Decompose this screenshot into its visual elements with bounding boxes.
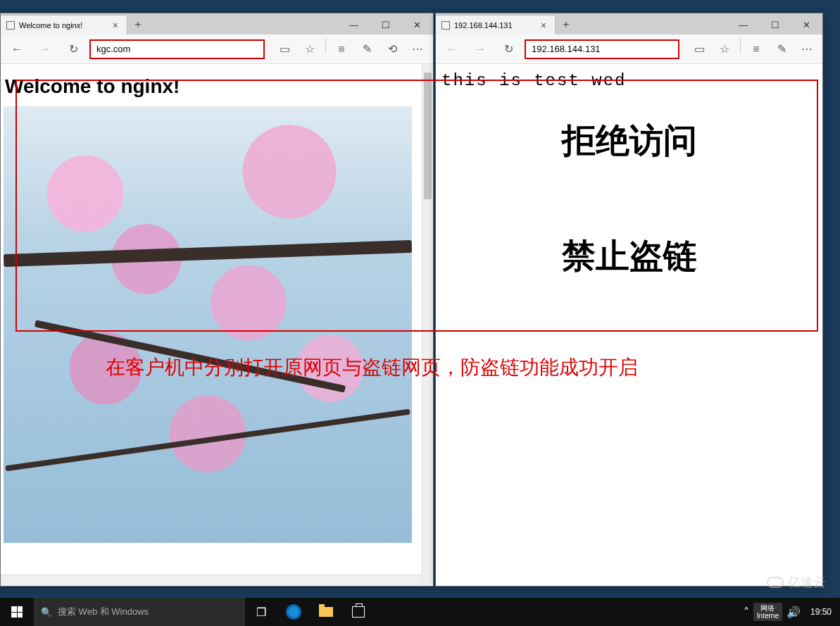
cherry-blossom-image [4, 106, 412, 543]
forward-button[interactable]: → [33, 37, 57, 61]
address-bar[interactable]: 192.168.144.131 [525, 39, 679, 59]
network-label-1: 网络 [757, 604, 779, 612]
hub-icon[interactable]: ≡ [745, 38, 767, 61]
vertical-scrollbar[interactable] [422, 64, 433, 586]
hub-icon[interactable]: ≡ [330, 38, 353, 61]
minimize-button[interactable]: — [727, 15, 759, 35]
separator [740, 38, 741, 54]
refresh-button[interactable]: ↻ [61, 37, 85, 61]
url-text: kgc.com [96, 44, 130, 54]
more-icon[interactable]: ⋯ [796, 38, 818, 61]
close-window-button[interactable]: ✕ [791, 15, 822, 35]
more-icon[interactable]: ⋯ [406, 38, 429, 61]
tray-chevron-icon[interactable]: ˄ [744, 606, 749, 619]
watermark-icon [767, 577, 784, 588]
browser-window-right: 192.168.144.131 × + — ☐ ✕ ← → ↻ 192.168.… [435, 13, 823, 587]
watermark-text: 亿速云 [788, 574, 826, 591]
taskview-icon[interactable]: ❐ [245, 598, 277, 626]
refresh-button[interactable]: ↻ [496, 37, 520, 61]
separator [325, 38, 326, 54]
tab-active[interactable]: Welcome to nginx! × [1, 15, 127, 35]
search-placeholder: 搜索 Web 和 Windows [58, 606, 149, 618]
maximize-button[interactable]: ☐ [759, 15, 791, 35]
text-line: this is test wed [441, 71, 817, 90]
back-button[interactable]: ← [5, 37, 29, 61]
maximize-button[interactable]: ☐ [370, 15, 401, 35]
network-status[interactable]: 网络 Interne [753, 603, 782, 621]
new-tab-button[interactable]: + [556, 15, 577, 35]
browser-window-left: Welcome to nginx! × + — ☐ ✕ ← → ↻ kgc.co… [0, 13, 434, 587]
minimize-button[interactable]: — [338, 15, 370, 35]
forbid-hotlink-text: 禁止盗链 [441, 234, 817, 279]
start-button[interactable] [0, 598, 34, 626]
page-content-left: Welcome to nginx! [1, 64, 433, 586]
close-window-button[interactable]: ✕ [401, 15, 433, 35]
reading-view-icon[interactable]: ▭ [688, 38, 710, 61]
address-bar[interactable]: kgc.com [89, 39, 265, 59]
volume-icon[interactable]: 🔊 [786, 606, 801, 619]
page-icon [441, 21, 450, 30]
toolbar: ← → ↻ kgc.com ▭ ☆ ≡ ✎ ⟲ ⋯ [1, 35, 433, 64]
horizontal-scrollbar[interactable] [1, 575, 422, 586]
store-icon[interactable] [342, 598, 375, 626]
file-explorer-icon[interactable] [310, 598, 342, 626]
windows-logo-icon [11, 606, 23, 618]
favorite-icon[interactable]: ☆ [299, 38, 321, 61]
tab-bar: Welcome to nginx! × + — ☐ ✕ [1, 13, 433, 35]
tab-title: 192.168.144.131 [454, 21, 513, 30]
page-icon [6, 21, 15, 30]
new-tab-button[interactable]: + [127, 15, 149, 35]
toolbar: ← → ↻ 192.168.144.131 ▭ ☆ ≡ ✎ ⋯ [436, 35, 822, 64]
favorite-icon[interactable]: ☆ [713, 38, 736, 61]
window-controls: — ☐ ✕ [727, 15, 822, 35]
back-button[interactable]: ← [440, 37, 464, 61]
webnote-icon[interactable]: ✎ [356, 38, 378, 61]
deny-access-text: 拒绝访问 [441, 118, 817, 163]
url-text: 192.168.144.131 [532, 44, 601, 54]
page-content-right: this is test wed 拒绝访问 禁止盗链 [436, 64, 822, 586]
page-heading: Welcome to nginx! [5, 75, 433, 98]
tab-active[interactable]: 192.168.144.131 × [436, 15, 556, 35]
reading-view-icon[interactable]: ▭ [273, 38, 296, 61]
scroll-thumb[interactable] [424, 73, 432, 199]
close-tab-icon[interactable]: × [110, 20, 121, 31]
network-label-2: Interne [757, 612, 779, 620]
share-icon[interactable]: ⟲ [381, 38, 403, 61]
tab-title: Welcome to nginx! [19, 21, 82, 30]
watermark: 亿速云 [767, 574, 826, 591]
search-icon: 🔍 [41, 607, 52, 618]
tab-bar: 192.168.144.131 × + — ☐ ✕ [436, 13, 822, 35]
close-tab-icon[interactable]: × [538, 20, 549, 31]
taskbar-search[interactable]: 🔍 搜索 Web 和 Windows [34, 598, 245, 626]
clock[interactable]: 19:50 [805, 607, 837, 617]
system-tray: ˄ 网络 Interne 🔊 19:50 [744, 603, 840, 621]
window-controls: — ☐ ✕ [338, 15, 433, 35]
taskbar: 🔍 搜索 Web 和 Windows ❐ ˄ 网络 Interne 🔊 19:5… [0, 598, 840, 626]
forward-button[interactable]: → [468, 37, 492, 61]
edge-icon[interactable] [277, 598, 310, 626]
webnote-icon[interactable]: ✎ [770, 38, 793, 61]
